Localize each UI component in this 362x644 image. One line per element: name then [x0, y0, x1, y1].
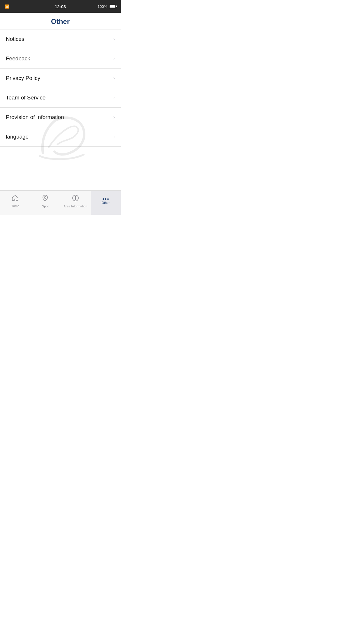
chevron-right-icon: › [113, 115, 115, 120]
menu-item-feedback[interactable]: Feedback › [0, 49, 121, 69]
menu-item-team-of-service-label: Team of Service [6, 94, 45, 101]
tab-area-information-label: Area Information [64, 204, 87, 208]
logo-watermark [25, 111, 95, 163]
dot-3 [107, 198, 109, 200]
tab-other[interactable]: Other [91, 191, 121, 215]
spot-icon [42, 195, 48, 203]
chevron-right-icon: › [113, 95, 115, 100]
page-header: Other [0, 13, 121, 29]
three-dots-icon [103, 198, 109, 200]
dot-1 [103, 198, 104, 200]
tab-area-information[interactable]: Area Information [60, 191, 91, 215]
tab-home[interactable]: Home [0, 191, 30, 215]
svg-point-3 [75, 196, 76, 197]
home-icon [12, 195, 19, 203]
battery-icon [109, 5, 116, 8]
battery-fill [110, 5, 115, 8]
wifi-icon: 📶 [5, 4, 9, 9]
tab-other-label: Other [101, 201, 110, 204]
chevron-right-icon: › [113, 76, 115, 81]
svg-point-0 [44, 197, 46, 198]
dot-2 [105, 198, 106, 200]
brand-logo [25, 112, 95, 162]
chevron-right-icon: › [113, 36, 115, 42]
wifi-indicator: 📶 [5, 4, 9, 9]
status-bar: 📶 12:03 100% [0, 0, 121, 13]
tab-spot-label: Spot [42, 204, 49, 208]
status-time: 12:03 [55, 4, 66, 9]
info-icon [72, 195, 79, 203]
menu-item-notices-label: Notices [6, 36, 24, 42]
battery-indicator: 100% [98, 4, 116, 9]
menu-item-privacy-policy-label: Privacy Policy [6, 75, 40, 81]
battery-percentage: 100% [98, 4, 107, 9]
tab-spot[interactable]: Spot [30, 191, 61, 215]
page-title: Other [5, 18, 116, 26]
chevron-right-icon: › [113, 134, 115, 139]
chevron-right-icon: › [113, 56, 115, 61]
menu-item-privacy-policy[interactable]: Privacy Policy › [0, 69, 121, 88]
menu-item-notices[interactable]: Notices › [0, 29, 121, 49]
tab-bar: Home Spot Area Information Other [0, 190, 121, 215]
menu-item-feedback-label: Feedback [6, 55, 30, 62]
menu-item-team-of-service[interactable]: Team of Service › [0, 88, 121, 108]
tab-home-label: Home [11, 204, 19, 208]
